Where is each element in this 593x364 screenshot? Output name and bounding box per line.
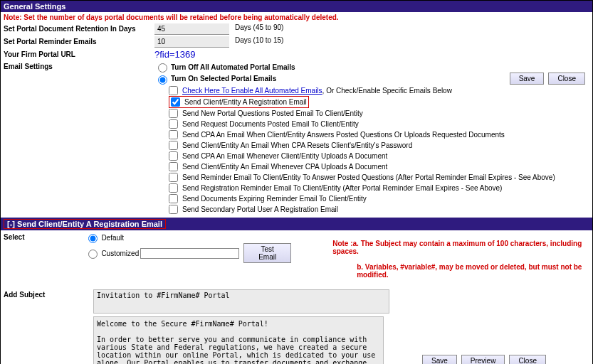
close-button-2[interactable]: Close <box>509 355 546 364</box>
opt-10-checkbox[interactable] <box>169 205 178 214</box>
opt-6-label: Send Client/Entity An Email Whenever CPA… <box>182 162 387 172</box>
opt-6-checkbox[interactable] <box>169 162 178 171</box>
save-button[interactable]: Save <box>510 73 545 85</box>
close-button[interactable]: Close <box>548 73 585 85</box>
turn-on-label: Turn On Selected Portal Emails <box>171 75 276 82</box>
subject-input[interactable] <box>93 289 389 314</box>
check-all-checkbox[interactable] <box>169 86 178 95</box>
opt-8-checkbox[interactable] <box>169 183 178 193</box>
subsection-header: [-] Send Client/Entity A Registration Em… <box>1 218 592 230</box>
retention-label: Set Portal Document Retention In Days <box>4 23 154 33</box>
note-a: Note :a. The Subject may contain a maxim… <box>332 240 589 255</box>
opt-4-checkbox[interactable] <box>169 141 178 150</box>
opt-2-checkbox[interactable] <box>169 119 178 129</box>
opt-7-checkbox[interactable] <box>169 173 178 182</box>
test-email-button[interactable]: Test Email <box>243 243 291 263</box>
turn-off-radio[interactable] <box>158 63 167 73</box>
firm-url: ?fid=1369 <box>154 49 195 60</box>
select-label: Select <box>4 232 85 287</box>
preview-button[interactable]: Preview <box>461 355 505 364</box>
opt-4-label: Send Client/Entity An Email When CPA Res… <box>182 141 412 151</box>
default-label: Default <box>101 234 124 242</box>
customized-label: Customized <box>101 250 139 257</box>
opt-1-checkbox[interactable] <box>169 109 178 118</box>
opt-10-label: Send Secondary Portal User A Registratio… <box>182 205 338 215</box>
opt-3-label: Send CPA An Email When Client/Entity Ans… <box>182 130 505 140</box>
email-settings-label: Email Settings <box>4 61 154 70</box>
opt-7-label: Send Reminder Email To Client/Entity To … <box>182 173 555 183</box>
email-options-group: Check Here To Enable All Automated Email… <box>166 85 592 218</box>
default-radio[interactable] <box>88 234 98 243</box>
opt-0-label: Send Client/Entity A Registration Email <box>184 97 307 107</box>
body-label: Add Email Body <box>4 362 93 365</box>
opt-1-label: Send New Portal Questions Posted Email T… <box>182 109 363 119</box>
reminder-hint: Days (10 to 15) <box>235 36 283 44</box>
turn-on-radio[interactable] <box>158 75 167 85</box>
note-b: b. Variables, #variable#, may be moved o… <box>332 263 589 279</box>
check-all-link[interactable]: Check Here To Enable All Automated Email… <box>182 87 322 95</box>
opt-0-checkbox[interactable] <box>171 97 180 107</box>
opt-5-label: Send CPA An Email Whenever Client/Entity… <box>182 151 387 161</box>
opt-2-label: Send Request Documents Posted Email To C… <box>182 119 359 129</box>
retention-input[interactable] <box>154 23 229 35</box>
save-button-2[interactable]: Save <box>422 355 457 364</box>
customized-input[interactable] <box>140 248 239 259</box>
opt-9-checkbox[interactable] <box>169 194 178 203</box>
reminder-input[interactable] <box>154 36 229 48</box>
retention-warning: Note: Set the number of days portal docu… <box>1 12 592 23</box>
reminder-label: Set Portal Reminder Emails <box>4 36 154 46</box>
turn-off-label: Turn Off All Automated Portal Emails <box>171 63 295 71</box>
body-textarea[interactable] <box>93 316 384 364</box>
opt-8-label: Send Registration Reminder Email To Clie… <box>182 183 502 193</box>
check-all-suffix: , Or Check/Enable Specific Emails Below <box>322 87 452 95</box>
opt-3-checkbox[interactable] <box>169 130 178 139</box>
customized-radio[interactable] <box>88 250 98 259</box>
opt-9-label: Send Documents Expiring Reminder Email T… <box>182 194 367 204</box>
subject-label: Add Subject <box>4 289 93 314</box>
retention-hint: Days (45 to 90) <box>235 23 283 31</box>
general-settings-header: General Settings <box>1 1 592 12</box>
opt-5-checkbox[interactable] <box>169 151 178 161</box>
url-label: Your Firm Portal URL <box>4 49 154 58</box>
